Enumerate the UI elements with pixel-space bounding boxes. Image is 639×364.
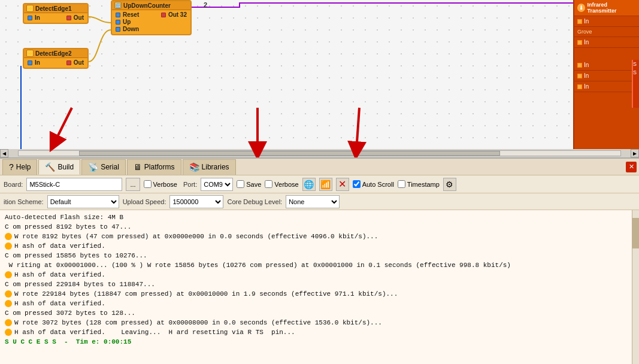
panel-item-in1: In (574, 16, 639, 27)
ide-area: ? Help 🔨 Build 📡 Serial 🖥 Platforms 📚 Li… (0, 159, 639, 364)
port-dot-out32 (161, 13, 166, 17)
port-in: In Out (28, 14, 84, 21)
port-dot-in (28, 16, 32, 20)
node-detect-edge2[interactable]: ⚡ DetectEdge2 In Out (23, 48, 89, 69)
canvas-area: ⚡ DetectEdge1 In Out ⚡ DetectEdge2 In Ou… (0, 0, 639, 159)
verbose-check-1[interactable]: Verbose (144, 180, 177, 188)
console-line-5: W riting at 0x00001000... (100 % ) W rot… (5, 260, 634, 270)
console-line-3: H ash of data verified. (5, 241, 634, 251)
panel-icon-infrared: 🌡 (577, 4, 585, 12)
port-dot-down (116, 27, 120, 32)
port-select[interactable]: COM9 (201, 178, 233, 191)
tab-serial-label: Serial (101, 163, 119, 171)
serial-icon: 📡 (88, 162, 98, 172)
panel-port-in4 (577, 74, 582, 78)
node-updown-counter[interactable]: 🔢 UpDownCounter Reset Out 32 Up Down (111, 0, 192, 35)
console-line-12: H ash of data verified. Leaving... H ard… (5, 327, 634, 337)
cancel-icon-btn[interactable]: ✕ (336, 178, 349, 191)
node-title-label: DetectEdge1 (35, 5, 72, 12)
tabs-bar: ? Help 🔨 Build 📡 Serial 🖥 Platforms 📚 Li… (0, 159, 639, 175)
line-icon-12 (5, 329, 12, 336)
svg-line-3 (356, 108, 359, 151)
line-icon-6 (5, 271, 12, 278)
console-scroll-thumb[interactable] (632, 218, 639, 248)
panel-port-in2 (577, 40, 582, 45)
port-dot-out2 (66, 60, 71, 65)
help-icon: ? (9, 162, 14, 172)
panel-port-in1 (577, 19, 582, 24)
red-arrows-overlay (0, 0, 639, 157)
close-ide-button[interactable]: ✕ (626, 162, 637, 172)
dots-button[interactable]: ... (126, 178, 140, 191)
panel-item-in3: In (574, 60, 639, 71)
upload-icon-btn[interactable]: 🌐 (302, 178, 316, 191)
console-scrollbar[interactable] (632, 210, 639, 364)
verbose-check-2[interactable]: Verbose (265, 180, 298, 188)
port-reset: Reset Out 32 (116, 11, 187, 18)
tab-help[interactable]: ? Help (2, 159, 37, 175)
tab-serial[interactable]: 📡 Serial (81, 159, 126, 175)
autoscroll-label: Auto Scroll (362, 181, 394, 188)
scroll-left-arrow[interactable]: ◀ (0, 149, 8, 157)
right-panel: 🌡 Infrared Transmitter In Grove In S S I… (573, 0, 639, 159)
debug-select[interactable]: None (286, 195, 340, 208)
node-title-label2: DetectEdge2 (35, 50, 72, 57)
line-icon-8 (5, 290, 12, 298)
line-icon-11 (5, 319, 12, 326)
scroll-right-arrow[interactable]: ▶ (631, 149, 639, 157)
tab-libraries[interactable]: 📚 Libraries (183, 159, 236, 175)
svg-line-1 (54, 108, 72, 144)
wire-label-2: 2 (204, 1, 207, 8)
autoscroll-checkbox[interactable] (353, 180, 361, 188)
tab-build[interactable]: 🔨 Build (38, 159, 80, 175)
panel-item-in5: In (574, 81, 639, 92)
verbose-label-2: Verbose (274, 181, 298, 188)
save-check[interactable]: Save (237, 180, 261, 188)
tab-platforms-label: Platforms (144, 163, 175, 171)
scroll-track[interactable] (18, 150, 621, 156)
line-icon-2 (5, 233, 12, 240)
console-line-6: H ash of data verified. (5, 270, 634, 280)
upload-speed-select[interactable]: 1500000 (169, 195, 223, 208)
console-output: Auto-detected Flash size: 4M B C om pres… (0, 210, 639, 364)
console-line-2: W rote 8192 bytes (47 com pressed) at 0x… (5, 232, 634, 241)
timestamp-check[interactable]: Timestamp (398, 180, 440, 188)
console-line-10: C om pressed 3072 bytes to 128... (5, 308, 634, 318)
timestamp-checkbox[interactable] (398, 180, 405, 188)
port-dot-reset (116, 13, 120, 17)
console-line-4: C om pressed 15856 bytes to 10276... (5, 251, 634, 260)
port-dot-up (116, 20, 120, 25)
wire-connections (0, 0, 639, 157)
partition-select[interactable]: Default (47, 195, 119, 208)
line-icon-3 (5, 242, 12, 250)
save-checkbox[interactable] (237, 180, 244, 188)
line-icon-9 (5, 300, 12, 307)
tab-platforms[interactable]: 🖥 Platforms (127, 159, 181, 175)
panel-port-in5 (577, 84, 582, 89)
node-detect-edge1[interactable]: ⚡ DetectEdge1 In Out (23, 3, 89, 24)
port-in2: In Out (28, 59, 84, 66)
board-input[interactable] (26, 178, 122, 191)
verbose-checkbox-2[interactable] (265, 180, 272, 188)
verbose-checkbox-1[interactable] (144, 180, 152, 188)
port-down: Down (116, 26, 187, 32)
console-line-7: C om pressed 229184 bytes to 118847... (5, 280, 634, 289)
build-icon: 🔨 (45, 162, 55, 172)
console-line-success: S U C C E S S - Tim e: 0:00:15 (5, 337, 634, 347)
toolbar-row-1: Board: ... Verbose Port: COM9 Save Verbo… (0, 175, 639, 193)
port-label: Port: (183, 181, 197, 188)
panel-item-infrared: 🌡 Infrared Transmitter (574, 0, 639, 16)
panel-side-s1: S S (632, 60, 639, 108)
autoscroll-check[interactable]: Auto Scroll (353, 180, 394, 188)
panel-port-in3 (577, 63, 582, 68)
upload-speed-label: Upload Speed: (123, 198, 166, 205)
network-icon-btn[interactable]: 📶 (319, 178, 332, 191)
settings-icon-btn[interactable]: ⚙ (443, 178, 456, 191)
canvas-hscrollbar[interactable]: ◀ ▶ (0, 149, 639, 157)
panel-item-grove: Grove (574, 27, 639, 37)
panel-item-in4: In (574, 71, 639, 81)
console-line-8: W rote 229184 bytes (118847 com pressed)… (5, 289, 634, 299)
partition-label: ition Scheme: (4, 198, 44, 205)
scroll-thumb[interactable] (79, 151, 501, 156)
libraries-icon: 📚 (189, 162, 199, 172)
